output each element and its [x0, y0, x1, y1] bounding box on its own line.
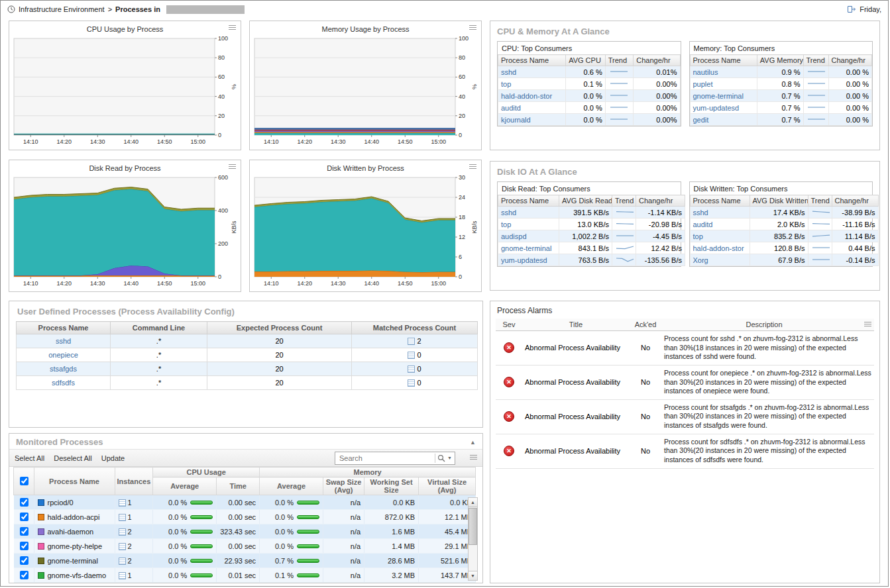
column-header[interactable]: Process Name: [690, 195, 750, 207]
column-header[interactable]: Matched Process Count: [352, 322, 478, 334]
alarm-row: ✕Abnormal Process AvailabilityNoProcess …: [496, 331, 874, 366]
scroll-up-button[interactable]: ▲: [469, 498, 477, 507]
process-link[interactable]: yum-updatesd: [693, 104, 740, 112]
row-checkbox[interactable]: [20, 527, 28, 536]
process-link[interactable]: yum-updatesd: [501, 256, 547, 264]
alarm-title[interactable]: Abnormal Process Availability: [525, 344, 620, 352]
process-link[interactable]: hald-addon-stor: [693, 244, 744, 252]
column-header[interactable]: Process Name: [17, 322, 111, 334]
cpu-usage-chart[interactable]: 02040608010014:1014:2014:3014:4014:5015:…: [11, 34, 239, 146]
column-header[interactable]: Process Name: [498, 55, 566, 66]
process-link[interactable]: auditd: [693, 220, 713, 228]
critical-severity-icon[interactable]: ✕: [504, 411, 514, 422]
group-header-cpu-usage[interactable]: CPU Usage: [153, 467, 260, 477]
search-icon[interactable]: [437, 454, 445, 462]
alarm-title[interactable]: Abnormal Process Availability: [525, 413, 620, 420]
column-header[interactable]: Description: [661, 318, 874, 331]
avg-value-cell: 0.8 %: [757, 78, 803, 90]
column-header[interactable]: Change/hr: [832, 195, 878, 207]
column-header[interactable]: Process Name: [690, 55, 757, 66]
vertical-scrollbar[interactable]: ▲ ▼: [468, 497, 478, 581]
column-header[interactable]: AVG Memory: [757, 55, 803, 66]
critical-severity-icon[interactable]: ✕: [504, 342, 514, 353]
column-header[interactable]: Change/hr: [634, 55, 680, 66]
chart-menu-icon[interactable]: [469, 164, 476, 170]
scrollbar-thumb[interactable]: [469, 508, 477, 545]
column-header[interactable]: Trend: [612, 195, 636, 207]
breadcrumb-root[interactable]: Infrastructure Environment: [19, 5, 105, 13]
search-dropdown-icon[interactable]: ▼: [447, 456, 452, 460]
process-link[interactable]: top: [501, 220, 511, 228]
column-header[interactable]: Change/hr: [828, 55, 871, 66]
process-link[interactable]: auditd: [501, 104, 521, 112]
select-all-button[interactable]: Select All: [15, 454, 44, 462]
column-header[interactable]: Process Name: [498, 195, 559, 207]
process-link[interactable]: sshd: [501, 68, 516, 76]
update-button[interactable]: Update: [101, 454, 125, 462]
column-subheader[interactable]: Working Set Size: [364, 477, 419, 495]
column-header[interactable]: AVG Disk Written: [750, 195, 808, 207]
collapse-icon[interactable]: ▲: [470, 439, 476, 446]
critical-severity-icon[interactable]: ✕: [504, 446, 514, 456]
row-checkbox[interactable]: [20, 556, 28, 565]
deselect-all-button[interactable]: Deselect All: [54, 454, 91, 462]
column-header[interactable]: Sev: [496, 318, 522, 331]
row-checkbox[interactable]: [20, 498, 28, 507]
column-header[interactable]: Command Line: [111, 322, 207, 334]
search-input[interactable]: [338, 454, 433, 463]
process-link[interactable]: sshd: [501, 209, 516, 217]
column-header-process-name[interactable]: Process Name: [34, 467, 115, 495]
chart-menu-icon[interactable]: [229, 25, 236, 31]
group-header-memory[interactable]: Memory: [260, 467, 476, 477]
process-link[interactable]: top: [501, 80, 511, 88]
column-header[interactable]: AVG Disk Read: [559, 195, 612, 207]
process-link[interactable]: puplet: [693, 80, 713, 88]
scroll-down-button[interactable]: ▼: [469, 571, 477, 580]
process-link[interactable]: stsafgds: [50, 365, 77, 373]
column-header-instances[interactable]: Instances: [115, 467, 153, 495]
chart-menu-icon[interactable]: [229, 164, 236, 170]
column-header[interactable]: Change/hr: [636, 195, 685, 207]
process-link[interactable]: audispd: [501, 232, 527, 240]
disk-written-chart[interactable]: 061218243014:1014:2014:3014:4014:5015:00…: [252, 173, 479, 287]
column-header[interactable]: Trend: [803, 55, 828, 66]
table-menu-icon[interactable]: [470, 455, 477, 461]
row-checkbox[interactable]: [20, 513, 28, 521]
critical-severity-icon[interactable]: ✕: [504, 377, 514, 387]
row-checkbox[interactable]: [20, 571, 28, 579]
select-all-checkbox[interactable]: [20, 477, 28, 485]
process-link[interactable]: sshd: [56, 337, 71, 345]
process-link[interactable]: gnome-terminal: [501, 244, 551, 252]
column-header[interactable]: Trend: [605, 55, 634, 66]
column-header[interactable]: Ack'ed: [630, 318, 661, 331]
process-link[interactable]: gedit: [693, 116, 709, 124]
column-header[interactable]: Trend: [808, 195, 832, 207]
instances-count: 1: [128, 513, 132, 521]
signout-icon[interactable]: [847, 5, 856, 13]
column-subheader[interactable]: Swap Size (Avg): [323, 477, 364, 495]
alarm-title[interactable]: Abnormal Process Availability: [525, 378, 620, 386]
column-header[interactable]: Expected Process Count: [207, 322, 352, 334]
process-link[interactable]: gnome-terminal: [693, 92, 744, 100]
alarm-title[interactable]: Abnormal Process Availability: [525, 447, 620, 455]
memory-usage-chart[interactable]: 02040608010014:1014:2014:3014:4014:5015:…: [252, 34, 479, 146]
process-link[interactable]: onepiece: [48, 351, 78, 359]
process-link[interactable]: top: [693, 232, 703, 240]
table-menu-icon[interactable]: [864, 322, 871, 328]
dashboard-content: CPU Usage by Process 02040608010014:1014…: [1, 18, 888, 583]
row-checkbox[interactable]: [20, 542, 28, 550]
process-link[interactable]: nautilus: [693, 68, 718, 76]
column-subheader[interactable]: Time: [217, 477, 260, 495]
column-subheader[interactable]: Average: [260, 477, 323, 495]
column-header[interactable]: Title: [522, 318, 630, 331]
process-link[interactable]: sdfsdfs: [52, 379, 75, 387]
column-header[interactable]: AVG CPU: [566, 55, 606, 66]
process-link[interactable]: kjournald: [501, 116, 531, 124]
process-link[interactable]: Xorg: [693, 256, 708, 264]
disk-read-chart[interactable]: 020040060014:1014:2014:3014:4014:5015:00…: [11, 173, 239, 287]
column-subheader[interactable]: Virtual Size (Avg): [419, 477, 476, 495]
chart-menu-icon[interactable]: [469, 25, 476, 31]
process-link[interactable]: sshd: [693, 209, 708, 217]
process-link[interactable]: hald-addon-stor: [501, 92, 552, 100]
column-subheader[interactable]: Average: [153, 477, 217, 495]
